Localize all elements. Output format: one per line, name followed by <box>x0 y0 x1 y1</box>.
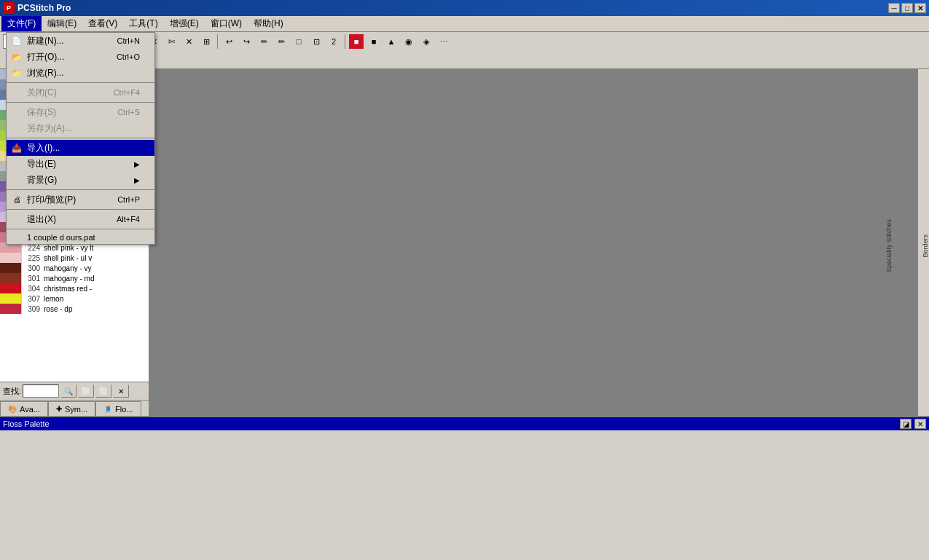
sep-3 <box>7 138 154 138</box>
menu-close-shortcut: Ctrl+F4 <box>114 88 140 97</box>
sep-2 <box>7 102 154 103</box>
print-icon: 🖨 <box>11 194 23 205</box>
menu-save-shortcut: Ctrl+S <box>117 108 140 117</box>
menu-exit-label: 退出(X) <box>27 213 56 226</box>
open-icon: 📂 <box>11 51 23 63</box>
menu-saveas[interactable]: 另存为(A)... <box>7 120 154 136</box>
menu-export-label: 导出(E) <box>27 158 56 170</box>
sep-5 <box>7 209 154 210</box>
sep-1 <box>7 82 154 83</box>
menu-import-label: 导入(I)... <box>27 142 60 154</box>
new-icon: 📄 <box>11 35 23 47</box>
menu-export-arrow: ▶ <box>134 160 140 168</box>
browse-icon: 📁 <box>11 67 23 79</box>
menu-recent-1[interactable]: 1 couple d ours.pat <box>7 231 154 244</box>
import-icon: 📥 <box>11 142 23 154</box>
menu-save[interactable]: 保存(S) Ctrl+S <box>7 104 154 120</box>
menu-print-shortcut: Ctrl+P <box>117 195 140 204</box>
menu-background-label: 背景(G) <box>27 174 57 186</box>
menu-browse[interactable]: 📁 浏览(R)... <box>7 65 154 81</box>
menu-background[interactable]: 背景(G) ▶ <box>7 172 154 188</box>
menu-browse-label: 浏览(R)... <box>27 67 64 79</box>
menu-exit[interactable]: 退出(X) Alt+F4 <box>7 211 154 227</box>
menu-close-label: 关闭(C) <box>27 87 57 99</box>
menu-new-label: 新建(N)... <box>27 35 64 47</box>
menu-print-label: 打印/预览(P) <box>27 194 76 206</box>
menu-import[interactable]: 📥 导入(I)... <box>7 140 154 156</box>
menu-background-arrow: ▶ <box>134 176 140 184</box>
sep-4 <box>7 189 154 190</box>
menu-open[interactable]: 📂 打开(O)... Ctrl+O <box>7 49 154 65</box>
menu-print[interactable]: 🖨 打印/预览(P) Ctrl+P <box>7 192 154 208</box>
file-menu: 📄 新建(N)... Ctrl+N 📂 打开(O)... Ctrl+O 📁 浏览… <box>6 32 155 245</box>
menu-save-label: 保存(S) <box>27 106 56 119</box>
sep-6 <box>7 229 154 229</box>
menu-open-shortcut: Ctrl+O <box>117 52 140 61</box>
menu-new-shortcut: Ctrl+N <box>117 36 140 45</box>
menu-export[interactable]: 导出(E) ▶ <box>7 156 154 172</box>
menu-saveas-label: 另存为(A)... <box>27 122 72 135</box>
menu-new[interactable]: 📄 新建(N)... Ctrl+N <box>7 33 154 49</box>
menu-exit-shortcut: Alt+F4 <box>117 215 140 224</box>
menu-open-label: 打开(O)... <box>27 51 64 63</box>
dropdown-overlay[interactable]: 📄 新建(N)... Ctrl+N 📂 打开(O)... Ctrl+O 📁 浏览… <box>0 0 929 560</box>
menu-close[interactable]: 关闭(C) Ctrl+F4 <box>7 84 154 100</box>
menu-recent-1-label: 1 couple d ours.pat <box>27 233 95 242</box>
